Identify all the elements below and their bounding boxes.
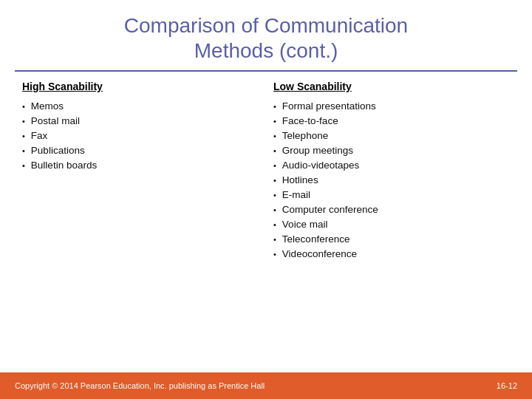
list-item: •Voice mail	[273, 216, 510, 231]
right-column-list: •Formal presentations•Face-to-face•Telep…	[273, 98, 510, 261]
left-column: High Scanability •Memos•Postal mail•Fax•…	[15, 81, 266, 372]
bullet-icon: •	[22, 102, 25, 111]
list-item: •Hotlines	[273, 172, 510, 187]
list-item-text: Telephone	[282, 130, 328, 141]
list-item-text: Fax	[31, 130, 48, 141]
title-line1: Comparison of Communication	[124, 14, 408, 37]
bullet-icon: •	[273, 132, 276, 140]
list-item-text: Group meetings	[282, 145, 353, 156]
list-item-text: Publications	[31, 145, 85, 156]
list-item-text: Hotlines	[282, 174, 318, 185]
bullet-icon: •	[22, 161, 25, 170]
bullet-icon: •	[22, 132, 25, 140]
list-item: •Face-to-face	[273, 113, 510, 128]
title-area: Comparison of Communication Methods (con…	[0, 0, 532, 70]
title-line2: Methods (cont.)	[194, 39, 338, 62]
bullet-icon: •	[273, 250, 276, 259]
footer-page: 16-12	[497, 381, 517, 390]
list-item-text: Computer conference	[282, 204, 378, 215]
list-item-text: Videoconference	[282, 248, 357, 259]
bullet-icon: •	[273, 235, 276, 244]
bullet-icon: •	[273, 102, 276, 111]
bullet-icon: •	[273, 146, 276, 155]
list-item-text: Bulletin boards	[31, 160, 97, 171]
list-item: •Formal presentations	[273, 98, 510, 113]
list-item: •Group meetings	[273, 143, 510, 157]
bullet-icon: •	[273, 191, 276, 200]
list-item: •E-mail	[273, 187, 510, 202]
list-item-text: Formal presentations	[282, 100, 376, 112]
list-item: •Memos	[22, 98, 259, 113]
bullet-icon: •	[273, 117, 276, 126]
list-item: •Publications	[22, 143, 259, 157]
list-item-text: Face-to-face	[282, 115, 338, 126]
left-column-list: •Memos•Postal mail•Fax•Publications•Bull…	[22, 98, 259, 172]
list-item: •Postal mail	[22, 113, 259, 128]
list-item: •Videoconference	[273, 246, 510, 261]
left-column-heading: High Scanability	[22, 81, 259, 92]
bullet-icon: •	[273, 205, 276, 214]
list-item: •Fax	[22, 128, 259, 143]
list-item-text: E-mail	[282, 189, 310, 200]
list-item-text: Memos	[31, 100, 64, 112]
bullet-icon: •	[22, 117, 25, 126]
bullet-icon: •	[273, 220, 276, 229]
bullet-icon: •	[273, 176, 276, 185]
bullet-icon: •	[22, 146, 25, 155]
list-item: •Teleconference	[273, 231, 510, 246]
footer: Copyright © 2014 Pearson Education, Inc.…	[0, 372, 532, 399]
slide-container: Comparison of Communication Methods (con…	[0, 0, 532, 399]
slide-title: Comparison of Communication Methods (con…	[30, 13, 502, 63]
list-item-text: Teleconference	[282, 233, 350, 245]
bullet-icon: •	[273, 161, 276, 170]
list-item: •Audio-videotapes	[273, 157, 510, 172]
list-item-text: Audio-videotapes	[282, 160, 359, 171]
footer-copyright: Copyright © 2014 Pearson Education, Inc.…	[15, 381, 265, 390]
right-column: Low Scanability •Formal presentations•Fa…	[266, 81, 517, 372]
list-item: •Bulletin boards	[22, 157, 259, 172]
list-item-text: Postal mail	[31, 115, 80, 126]
content-area: High Scanability •Memos•Postal mail•Fax•…	[0, 72, 532, 372]
list-item-text: Voice mail	[282, 219, 328, 230]
right-column-heading: Low Scanability	[273, 81, 510, 92]
list-item: •Computer conference	[273, 202, 510, 216]
list-item: •Telephone	[273, 128, 510, 143]
